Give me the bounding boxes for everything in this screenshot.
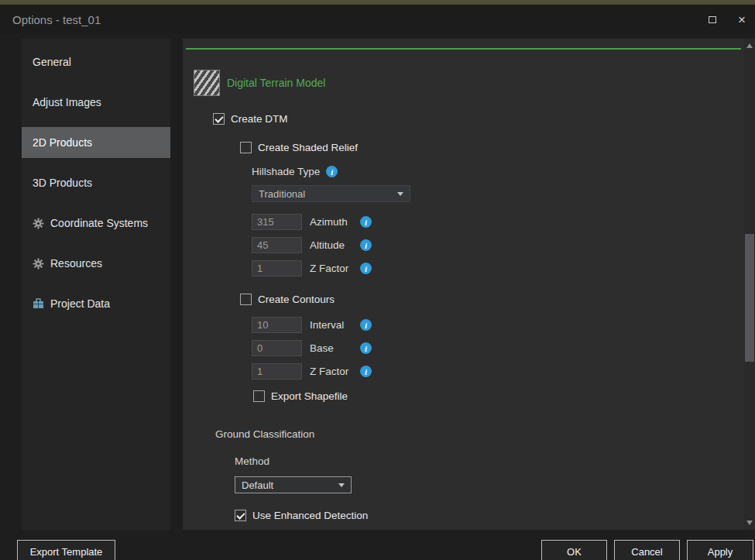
select-value: Default	[242, 479, 273, 491]
maximize-button[interactable]	[704, 11, 721, 28]
close-button[interactable]: ×	[733, 11, 750, 28]
z-factor-label: Z Factor	[310, 263, 354, 274]
chevron-down-icon	[338, 483, 345, 487]
altitude-input[interactable]	[252, 237, 302, 253]
close-icon: ×	[738, 13, 746, 26]
sidebar-item-3d-products[interactable]: 3D Products	[22, 167, 170, 198]
scroll-up-icon[interactable]	[746, 43, 753, 48]
sidebar-item-adjust-images[interactable]: Adjust Images	[22, 87, 170, 118]
ground-classification-label: Ground Classification	[215, 428, 732, 440]
hillshade-type-select[interactable]: Traditional	[252, 185, 410, 202]
create-dtm-checkbox[interactable]: Create DTM	[213, 113, 732, 125]
checkbox-label: Use Enhanced Detection	[252, 510, 368, 521]
maximize-icon	[709, 16, 716, 23]
gear-icon	[33, 258, 44, 270]
sidebar-item-label: Adjust Images	[33, 96, 101, 108]
project-data-icon	[33, 298, 44, 309]
section-title: Digital Terrain Model	[227, 77, 325, 89]
info-icon[interactable]	[360, 216, 372, 228]
footer-action-buttons: OK Cancel Apply	[541, 540, 753, 560]
checkbox-box-icon	[253, 390, 265, 402]
method-label: Method	[235, 455, 732, 467]
content-panel: Digital Terrain Model Create DTM Create …	[183, 39, 755, 530]
z-factor-contours-input[interactable]	[252, 363, 302, 380]
window-controls: ×	[704, 11, 750, 28]
info-icon[interactable]	[360, 366, 372, 377]
base-label: Base	[310, 342, 354, 354]
titlebar: Options - test_01 ×	[0, 5, 755, 34]
ok-button[interactable]: OK	[541, 540, 607, 560]
sidebar-item-2d-products[interactable]: 2D Products	[22, 127, 170, 158]
checkbox-box-icon	[213, 113, 225, 125]
use-enhanced-detection-checkbox[interactable]: Use Enhanced Detection	[235, 510, 732, 521]
create-shaded-relief-checkbox[interactable]: Create Shaded Relief	[240, 142, 732, 153]
gear-icon	[33, 218, 44, 229]
options-dialog: Options - test_01 × General Adjust Image…	[0, 0, 755, 560]
cancel-button[interactable]: Cancel	[614, 540, 680, 560]
checkbox-label: Create Shaded Relief	[258, 142, 358, 153]
scrollbar-thumb[interactable]	[745, 234, 754, 362]
sidebar-item-label: 2D Products	[33, 136, 92, 149]
sidebar-item-label: Project Data	[50, 297, 110, 310]
sidebar-item-project-data[interactable]: Project Data	[22, 288, 170, 319]
create-contours-checkbox[interactable]: Create Contours	[240, 294, 732, 305]
sidebar-item-label: Resources	[50, 257, 102, 270]
z-factor-input[interactable]	[252, 260, 302, 277]
info-icon[interactable]	[360, 342, 372, 354]
chevron-down-icon	[397, 192, 403, 196]
checkbox-label: Create Contours	[258, 294, 335, 305]
sidebar-item-label: General	[33, 56, 71, 68]
window-title: Options - test_01	[12, 13, 101, 26]
z-factor-contours-label: Z Factor	[310, 366, 354, 377]
info-icon[interactable]	[360, 319, 372, 331]
export-template-button[interactable]: Export Template	[17, 540, 115, 560]
select-value: Traditional	[259, 188, 305, 200]
interval-input[interactable]	[252, 317, 302, 333]
info-icon[interactable]	[360, 263, 372, 274]
main-area: General Adjust Images 2D Products 3D Pro…	[0, 34, 755, 530]
checkbox-label: Create DTM	[231, 113, 288, 125]
base-input[interactable]	[252, 340, 302, 356]
method-select[interactable]: Default	[235, 476, 352, 493]
hillshade-type-label: Hillshade Type	[252, 166, 320, 177]
azimuth-label: Azimuth	[310, 216, 354, 228]
checkbox-label: Export Shapefile	[271, 390, 348, 402]
sidebar-item-resources[interactable]: Resources	[22, 248, 170, 279]
section-divider	[186, 48, 741, 50]
sidebar-item-label: Coordinate Systems	[50, 217, 148, 229]
section-header: Digital Terrain Model	[194, 70, 732, 96]
sidebar: General Adjust Images 2D Products 3D Pro…	[22, 39, 170, 530]
vertical-scrollbar[interactable]	[744, 39, 755, 530]
azimuth-input[interactable]	[252, 214, 302, 230]
scroll-down-icon[interactable]	[746, 520, 753, 525]
apply-button[interactable]: Apply	[687, 540, 753, 560]
interval-label: Interval	[310, 319, 354, 331]
sidebar-item-general[interactable]: General	[22, 46, 170, 77]
terrain-stripes-icon	[194, 70, 220, 96]
footer-bar: Export Template OK Cancel Apply	[0, 530, 755, 560]
export-shapefile-checkbox[interactable]: Export Shapefile	[253, 390, 732, 402]
altitude-label: Altitude	[310, 239, 354, 251]
content-scroll-area: Digital Terrain Model Create DTM Create …	[183, 39, 755, 521]
checkbox-box-icon	[240, 142, 252, 153]
checkbox-box-icon	[240, 294, 252, 305]
info-icon[interactable]	[326, 166, 338, 177]
info-icon[interactable]	[360, 239, 372, 251]
checkbox-box-icon	[235, 510, 246, 521]
sidebar-item-label: 3D Products	[33, 177, 92, 189]
sidebar-item-coordinate-systems[interactable]: Coordinate Systems	[22, 208, 170, 239]
